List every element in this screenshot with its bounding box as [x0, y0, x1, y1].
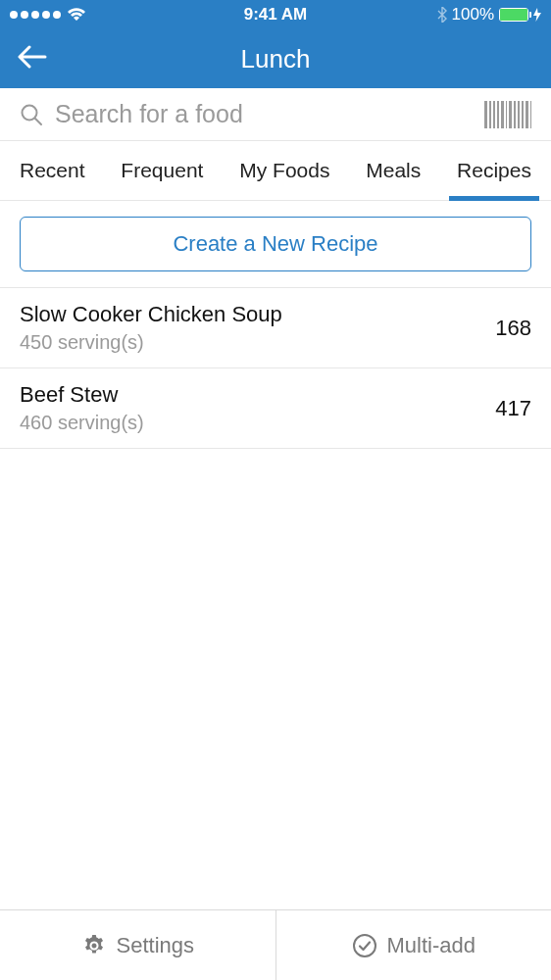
bluetooth-icon: [437, 7, 447, 23]
tab-my-foods[interactable]: My Foods: [239, 141, 329, 200]
create-recipe-wrap: Create a New Recipe: [0, 201, 551, 288]
tabs: Recent Frequent My Foods Meals Recipes: [0, 141, 551, 201]
page-title: Lunch: [241, 44, 311, 74]
list-item-calories: 168: [495, 316, 531, 341]
settings-label: Settings: [117, 933, 195, 958]
tab-frequent[interactable]: Frequent: [121, 141, 203, 200]
list-item-servings: 460 serving(s): [20, 412, 144, 434]
status-bar: 9:41 AM 100%: [0, 0, 551, 29]
arrow-left-icon: [18, 43, 47, 71]
list-item[interactable]: Beef Stew 460 serving(s) 417: [0, 368, 551, 449]
gear-icon: [81, 933, 107, 958]
back-button[interactable]: [18, 43, 47, 74]
svg-point-0: [23, 105, 37, 120]
battery-percent: 100%: [452, 5, 494, 24]
signal-dots-icon: [10, 11, 61, 19]
tab-recent[interactable]: Recent: [20, 141, 85, 200]
list-item-title: Beef Stew: [20, 382, 144, 408]
search-input[interactable]: [55, 100, 473, 128]
bottom-bar: Settings Multi-add: [0, 909, 551, 980]
check-circle-icon: [352, 933, 377, 958]
list-item[interactable]: Slow Cooker Chicken Soup 450 serving(s) …: [0, 288, 551, 368]
list-item-info: Beef Stew 460 serving(s): [20, 382, 144, 434]
status-left: [10, 8, 86, 22]
create-recipe-button[interactable]: Create a New Recipe: [20, 217, 531, 271]
wifi-icon: [67, 8, 86, 22]
svg-line-1: [35, 119, 41, 124]
charging-icon: [533, 8, 541, 22]
status-right: 100%: [437, 5, 541, 24]
list-item-calories: 417: [495, 396, 531, 421]
tab-recipes[interactable]: Recipes: [457, 141, 531, 200]
search-icon: [20, 103, 43, 126]
list-item-title: Slow Cooker Chicken Soup: [20, 302, 282, 327]
nav-bar: Lunch: [0, 29, 551, 88]
list-item-info: Slow Cooker Chicken Soup 450 serving(s): [20, 302, 282, 354]
tab-meals[interactable]: Meals: [366, 141, 421, 200]
settings-button[interactable]: Settings: [0, 910, 276, 980]
recipe-list: Slow Cooker Chicken Soup 450 serving(s) …: [0, 288, 551, 909]
svg-point-2: [354, 935, 376, 956]
battery-icon: [499, 8, 528, 22]
multi-add-label: Multi-add: [387, 933, 476, 958]
status-time: 9:41 AM: [244, 5, 308, 24]
list-item-servings: 450 serving(s): [20, 331, 282, 354]
barcode-button[interactable]: [484, 101, 531, 128]
multi-add-button[interactable]: Multi-add: [276, 910, 552, 980]
search-row: [0, 88, 551, 141]
